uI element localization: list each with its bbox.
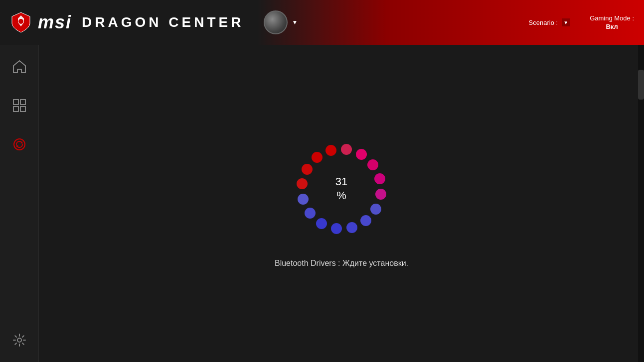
- gaming-mode-label: Gaming Mode :: [590, 14, 634, 22]
- main-content: 31 % Bluetooth Drivers : Ждите установки…: [39, 45, 644, 362]
- logo-area: msi DRAGON CENTER: [0, 11, 244, 33]
- spinner-dot: [298, 195, 309, 206]
- profile-dropdown-arrow[interactable]: ▼: [292, 19, 298, 26]
- svg-rect-2: [20, 100, 25, 105]
- msi-brand-text: msi: [38, 12, 72, 33]
- grid-icon: [12, 98, 27, 113]
- svg-rect-3: [13, 107, 18, 112]
- home-icon: [12, 59, 27, 74]
- spinner-dot: [374, 172, 385, 183]
- msi-shield-icon: [10, 11, 32, 33]
- gaming-mode-value: Вкл: [606, 23, 618, 30]
- progress-percent: 31: [335, 175, 347, 188]
- spinner-dot: [355, 148, 366, 159]
- spinner-dot: [296, 179, 307, 190]
- scrollbar-thumb[interactable]: [638, 70, 644, 100]
- spinner-dot: [367, 158, 378, 169]
- status-text: Bluetooth Drivers : Ждите установки.: [275, 259, 408, 268]
- spinner-dot: [376, 188, 387, 199]
- scenario-section[interactable]: Scenario : ▼: [529, 18, 570, 26]
- settings-icon: [12, 333, 27, 348]
- progress-symbol: %: [336, 190, 346, 202]
- scenario-dropdown[interactable]: ▼: [562, 18, 570, 26]
- spinner-dot: [340, 144, 351, 155]
- gaming-mode-section: Gaming Mode : Вкл: [590, 14, 634, 30]
- loading-spinner: 31 %: [292, 139, 391, 239]
- spinner-dot: [301, 164, 312, 175]
- update-icon: [12, 137, 27, 152]
- sidebar-item-home[interactable]: [7, 55, 31, 79]
- spinner-dot: [324, 145, 335, 156]
- svg-point-0: [18, 19, 23, 24]
- sidebar-item-grid[interactable]: [7, 94, 31, 118]
- titlebar-right: Scenario : ▼ Gaming Mode : Вкл: [529, 14, 644, 30]
- spinner-dot: [347, 222, 358, 233]
- sidebar: [0, 45, 39, 362]
- progress-display: 31 %: [335, 175, 347, 203]
- scenario-label: Scenario :: [529, 19, 558, 26]
- sidebar-item-update[interactable]: [7, 132, 31, 156]
- spinner-dot: [317, 219, 328, 230]
- spinner-dot: [371, 203, 382, 214]
- sidebar-item-settings[interactable]: [7, 328, 31, 352]
- spinner-dot: [332, 223, 343, 234]
- svg-rect-1: [13, 100, 18, 105]
- spinner-dot: [311, 152, 322, 163]
- scrollbar-track[interactable]: [638, 45, 644, 362]
- avatar[interactable]: [264, 10, 288, 34]
- svg-point-5: [14, 139, 25, 150]
- titlebar: msi DRAGON CENTER ▼ Scenario : ▼ Gaming …: [0, 0, 644, 45]
- user-profile-area[interactable]: ▼: [264, 10, 298, 34]
- svg-point-8: [17, 338, 21, 342]
- spinner-dot: [305, 209, 316, 220]
- spinner-dot: [361, 215, 372, 226]
- svg-rect-4: [20, 107, 25, 112]
- dragon-center-text: DRAGON CENTER: [82, 14, 244, 30]
